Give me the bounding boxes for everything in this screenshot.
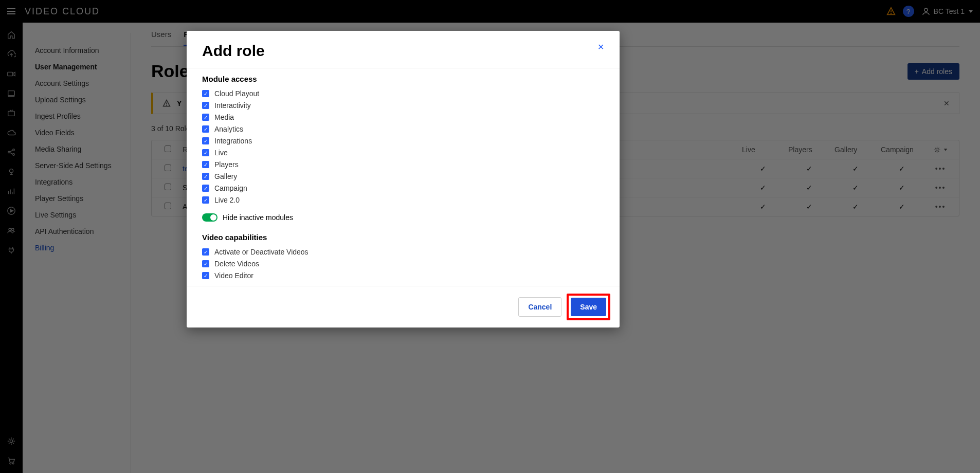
- checkbox-icon: ✓: [202, 125, 209, 133]
- chk-analytics[interactable]: ✓Analytics: [202, 125, 604, 133]
- checkbox-icon: ✓: [202, 260, 209, 267]
- checkbox-icon: ✓: [202, 248, 209, 256]
- checkbox-icon: ✓: [202, 272, 209, 279]
- chk-label: Media: [214, 113, 234, 121]
- checkbox-icon: ✓: [202, 196, 209, 204]
- chk-players[interactable]: ✓Players: [202, 160, 604, 169]
- chk-label: Live 2.0: [214, 196, 240, 204]
- chk-campaign[interactable]: ✓Campaign: [202, 184, 604, 192]
- checkbox-icon: ✓: [202, 137, 209, 144]
- chk-live[interactable]: ✓Live: [202, 149, 604, 157]
- module-access-list: ✓Cloud Playout ✓Interactivity ✓Media ✓An…: [202, 89, 604, 204]
- save-button-highlight: Save: [567, 294, 610, 320]
- checkbox-icon: ✓: [202, 149, 209, 156]
- checkbox-icon: ✓: [202, 114, 209, 121]
- checkbox-icon: ✓: [202, 102, 209, 109]
- chk-label: Interactivity: [214, 101, 251, 110]
- chk-integrations[interactable]: ✓Integrations: [202, 137, 604, 145]
- checkbox-icon: ✓: [202, 90, 209, 97]
- chk-label: Cloud Playout: [214, 89, 259, 98]
- hide-inactive-toggle-row: Hide inactive modules: [202, 213, 604, 222]
- modal-title: Add role: [202, 42, 265, 60]
- add-role-modal: Add role ✕ Module access ✓Cloud Playout …: [187, 31, 620, 328]
- checkbox-icon: ✓: [202, 173, 209, 180]
- hide-inactive-toggle[interactable]: [202, 213, 217, 222]
- chk-label: Analytics: [214, 125, 243, 133]
- chk-label: Players: [214, 160, 239, 169]
- video-capabilities-heading: Video capabilities: [202, 233, 604, 242]
- chk-label: Live: [214, 149, 228, 157]
- chk-live2[interactable]: ✓Live 2.0: [202, 196, 604, 204]
- chk-delete-videos[interactable]: ✓Delete Videos: [202, 260, 604, 268]
- module-access-heading: Module access: [202, 75, 604, 83]
- chk-label: Campaign: [214, 184, 247, 192]
- chk-video-editor[interactable]: ✓Video Editor: [202, 271, 604, 280]
- chk-gallery[interactable]: ✓Gallery: [202, 172, 604, 180]
- chk-cloud-playout[interactable]: ✓Cloud Playout: [202, 89, 604, 98]
- chk-interactivity[interactable]: ✓Interactivity: [202, 101, 604, 110]
- cancel-button[interactable]: Cancel: [518, 297, 561, 317]
- checkbox-icon: ✓: [202, 185, 209, 192]
- chk-label: Integrations: [214, 137, 252, 145]
- close-icon[interactable]: ✕: [597, 42, 604, 52]
- chk-media[interactable]: ✓Media: [202, 113, 604, 121]
- toggle-label: Hide inactive modules: [223, 213, 293, 222]
- checkbox-icon: ✓: [202, 161, 209, 168]
- chk-label: Delete Videos: [214, 260, 259, 268]
- save-button[interactable]: Save: [571, 298, 606, 316]
- video-capabilities-list: ✓Activate or Deactivate Videos ✓Delete V…: [202, 248, 604, 280]
- chk-label: Activate or Deactivate Videos: [214, 248, 308, 256]
- chk-label: Gallery: [214, 172, 237, 180]
- chk-activate-deactivate[interactable]: ✓Activate or Deactivate Videos: [202, 248, 604, 256]
- chk-label: Video Editor: [214, 271, 253, 280]
